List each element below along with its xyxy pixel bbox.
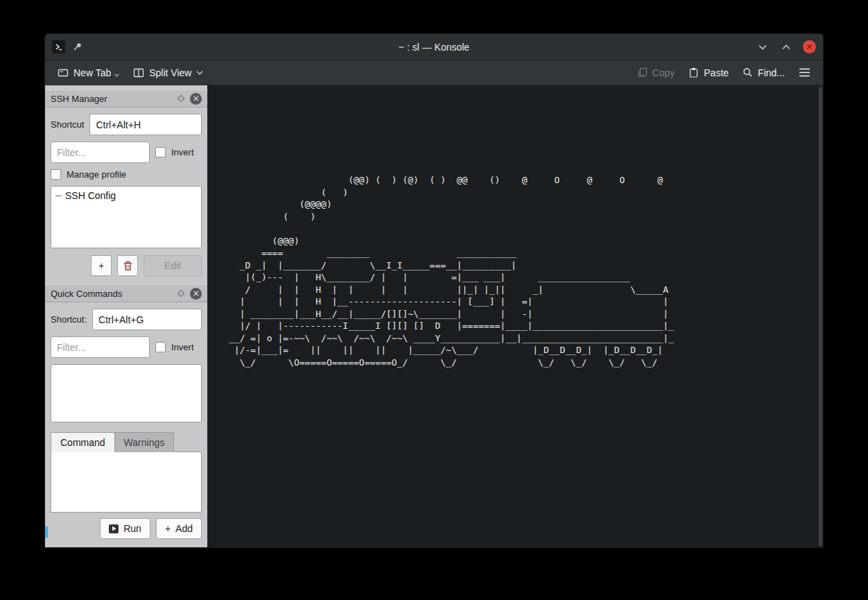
maximize-button[interactable]	[779, 40, 793, 54]
close-button[interactable]	[803, 40, 816, 53]
run-label: Run	[123, 523, 141, 534]
float-panel-icon[interactable]	[177, 94, 185, 103]
search-icon	[743, 67, 753, 78]
quick-commands-header[interactable]: Quick Commands	[45, 284, 207, 302]
copy-button[interactable]: Copy	[632, 64, 681, 82]
find-label: Find...	[758, 67, 785, 78]
ssh-add-button[interactable]: +	[91, 255, 112, 276]
plus-icon: +	[165, 523, 171, 534]
copy-icon	[637, 67, 648, 78]
plus-icon: +	[98, 260, 104, 271]
split-view-menu-arrow-icon[interactable]	[196, 71, 203, 75]
edit-label: Edit	[164, 260, 181, 271]
run-button[interactable]: Run	[100, 518, 150, 539]
paste-button[interactable]: Paste	[683, 64, 734, 82]
quick-commands-close-icon[interactable]	[190, 288, 202, 300]
new-tab-label: New Tab	[73, 67, 111, 78]
ssh-manager-header[interactable]: SSH Manager	[45, 89, 207, 108]
new-tab-menu-arrow-icon[interactable]	[114, 74, 119, 77]
new-tab-icon	[58, 67, 69, 78]
hamburger-icon	[799, 68, 810, 77]
add-label: Add	[175, 523, 193, 534]
qc-invert-label: Invert	[171, 342, 194, 352]
qc-filter-input[interactable]	[51, 336, 150, 358]
qc-invert-checkbox[interactable]	[155, 342, 166, 352]
tab-command-label: Command	[60, 437, 105, 448]
run-icon	[109, 524, 119, 533]
qc-tabs: Command Warnings	[51, 432, 202, 452]
ssh-invert-label: Invert	[171, 147, 194, 157]
terminal-scrollbar[interactable]	[818, 85, 823, 547]
ssh-filter-input[interactable]	[51, 142, 150, 163]
manage-profile-checkbox[interactable]	[51, 169, 61, 180]
minimize-button[interactable]	[756, 40, 770, 54]
tab-warnings-label: Warnings	[124, 437, 165, 448]
pin-icon[interactable]	[72, 42, 83, 52]
tree-item-ssh-config[interactable]: SSH Config	[54, 190, 198, 201]
ssh-manager-close-icon[interactable]	[190, 93, 202, 105]
qc-shortcut-label: Shortcut:	[51, 314, 87, 325]
tab-command[interactable]: Command	[51, 432, 115, 452]
paste-label: Paste	[704, 67, 729, 78]
focus-indicator	[45, 526, 48, 538]
new-tab-button[interactable]: New Tab	[52, 64, 125, 82]
tab-warnings[interactable]: Warnings	[115, 432, 175, 452]
terminal-view[interactable]: (@@) ( ) (@) ( ) @@ () @ O @ O @ ( ) (@@…	[208, 85, 823, 547]
qc-shortcut-input[interactable]	[92, 309, 202, 330]
quick-commands-title: Quick Commands	[51, 289, 172, 299]
ssh-manager-title: SSH Manager	[51, 94, 172, 104]
copy-label: Copy	[652, 67, 675, 78]
quick-commands-panel: Quick Commands Shortcut:	[45, 284, 207, 547]
split-view-button[interactable]: Split View	[128, 64, 209, 82]
qc-command-list[interactable]	[51, 364, 202, 422]
ssh-config-tree[interactable]: SSH Config	[51, 186, 202, 248]
ssh-delete-button[interactable]	[117, 255, 138, 276]
ssh-invert-checkbox[interactable]	[155, 147, 166, 157]
sidebar: SSH Manager Shortcut Invert	[45, 85, 208, 547]
ssh-edit-button[interactable]: Edit	[144, 255, 202, 276]
menu-button[interactable]	[793, 65, 816, 80]
split-view-icon	[133, 67, 144, 78]
toolbar: New Tab Split View Copy	[45, 60, 823, 85]
window-content: SSH Manager Shortcut Invert	[45, 85, 823, 547]
manage-profile-label: Manage profile	[67, 169, 126, 180]
tree-item-label: SSH Config	[65, 190, 116, 201]
split-view-label: Split View	[149, 67, 191, 78]
scrollbar-handle[interactable]	[819, 87, 822, 546]
find-button[interactable]: Find...	[737, 64, 790, 82]
float-panel-icon[interactable]	[177, 289, 185, 298]
desktop-background: ~ : sl — Konsole New Tab	[0, 0, 868, 600]
titlebar[interactable]: ~ : sl — Konsole	[45, 34, 823, 60]
qc-command-editor[interactable]	[51, 452, 202, 513]
window-title: ~ : sl — Konsole	[399, 42, 469, 53]
add-command-button[interactable]: + Add	[156, 518, 202, 539]
tree-branch-icon	[55, 196, 62, 196]
ssh-shortcut-label: Shortcut	[51, 119, 84, 130]
konsole-window: ~ : sl — Konsole New Tab	[44, 33, 824, 548]
terminal-output[interactable]: (@@) ( ) (@) ( ) @@ () @ O @ O @ ( ) (@@…	[208, 85, 823, 368]
trash-icon	[123, 261, 132, 271]
paste-icon	[688, 67, 699, 78]
konsole-app-icon[interactable]	[52, 40, 65, 53]
ssh-shortcut-input[interactable]	[89, 114, 202, 135]
